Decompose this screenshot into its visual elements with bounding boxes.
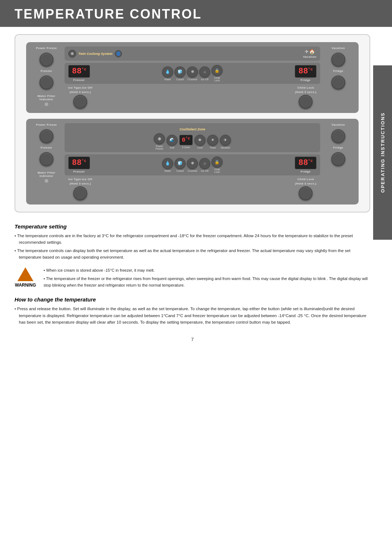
fridge-button-2[interactable] [331,152,345,166]
vacation-label-right-2: Vacation [332,123,345,126]
ice-type-button-1[interactable] [73,95,87,109]
freezer-display-label-1: Freezer [73,78,85,82]
ice-type-label-2: Ice Type.Ice Off [68,178,93,181]
how-to-change-body: • Press and release the button. Set will… [15,305,370,325]
warning-text: • When ice cream is stored above -15°C i… [44,267,370,289]
control-panel-2: Power Freeze Freezer Water Filter Indica… [26,119,359,204]
iceoff-btn-1[interactable]: ○ Ice Off [199,66,210,81]
child-lock-button-2[interactable] [299,186,313,200]
vacation-icon-1: ✈🏠 [305,49,315,54]
freezer-label-1: Freezer [41,69,52,73]
control-panel-1: Power Freeze Freezer Water Filter Indica… [26,42,359,113]
cubed-btn-1[interactable]: 🧊 Cubed [175,66,185,81]
warning-exclamation: ! [15,270,17,277]
ice-type-label-1: Ice Type.Ice Off [68,86,93,89]
zero-display: 0°c [179,135,193,145]
page-number: 7 [15,337,370,349]
ice-type-hold-1: (Hold 3 secs.) [70,90,91,94]
twin-cooling-icon: 🌀 [115,50,122,57]
temp-setting-section: Temperature setting • The temperature co… [15,223,370,261]
warning-box: ! WARNING • When ice cream is stored abo… [15,267,370,289]
temp-setting-title: Temperature setting [15,223,370,230]
panel1-left: Power Freeze Freezer Water Filter Indica… [32,46,61,108]
coolselect-soft-btn[interactable]: 🌊 Soft [167,135,177,149]
water-btn-1[interactable]: 💧 Water [162,66,173,81]
fridge-label-right-2: Fridge [333,146,343,149]
indicator-label-2: Indicator [37,174,56,178]
water-filter-label-1: Water Filter [37,94,56,98]
main-content: Power Freeze Freezer Water Filter Indica… [0,34,392,349]
child-lock-btn-1[interactable]: 🔒 ChildLock [212,65,222,82]
child-lock-button-1[interactable] [299,95,313,109]
warning-bullet-2: • The temperature of the freezer or the … [44,276,370,288]
how-to-change-para-1: • Press and release the button. Set will… [15,305,370,325]
power-freeze-icon-1: ❄ [68,50,76,58]
child-lock-btn-2[interactable]: 🔒 ChildLock [212,157,222,173]
water-filter-label-2: Water Filter [37,171,56,174]
how-to-change-section: How to change the temperature • Press an… [15,296,370,325]
power-freeze-button-2[interactable] [40,129,53,143]
child-lock-hold-2: (Hold 3 secs.) [295,182,317,185]
panel2-left: Power Freeze Freezer Water Filter Indica… [32,123,61,184]
warning-bullet-1: • When ice cream is stored above -15°C i… [44,267,370,274]
iceoff-btn-2[interactable]: ○ Ice Off [199,158,210,172]
fridge-display-label-2: Fridge [301,170,310,173]
freezer-label-2: Freezer [41,146,52,149]
freezer-button-2[interactable] [40,152,53,166]
fridge-button-1[interactable] [331,76,345,89]
filter-indicator-2 [44,179,49,183]
child-lock-hold-1: (Hold 3 secs.) [295,90,317,94]
coolselect-power-btn[interactable]: ❄ PowerFreeze [154,133,165,150]
coolselect-thaw-btn[interactable]: ☀ Thaw [207,135,218,149]
fridge-display-2: 88°c [295,157,317,169]
coolselect-vacation-btn[interactable]: ✈ Vacation [220,135,231,149]
child-lock-label-2: Child Lock [298,178,314,181]
child-lock-label-1: Child Lock [298,86,314,89]
twin-cooling-label: Twin Coolong System [78,52,113,56]
fridge-display-1: 88°c [295,65,317,78]
temp-setting-body: • The temperature controls are in the fa… [15,232,370,261]
warning-triangle [17,267,33,281]
temp-setting-para-1: • The temperature controls are in the fa… [15,232,370,246]
filter-indicator-1 [44,102,49,106]
warning-icon-area: ! WARNING [15,267,36,288]
vacation-button-1[interactable] [331,53,345,66]
page-title: Temperature Control [15,7,202,21]
crushed-btn-1[interactable]: ❄ Crushed [187,66,198,81]
indicator-label-1: Indicator [37,98,56,101]
ice-type-hold-2: (Hold 3 secs.) [70,182,91,185]
power-freeze-button-1[interactable] [40,53,53,66]
vacation-button-2[interactable] [331,129,345,143]
cubed-btn-2[interactable]: 🧊 Cubed [175,158,185,172]
power-freeze-label-2: Power Freeze [36,123,57,126]
fridge-label-right-1: Fridge [333,69,343,73]
crushed-btn-2[interactable]: ❄ Crushed [187,158,198,172]
coolselect-label: CoolSelect Zone [180,127,205,131]
freezer-display-label-2: Freezer [73,170,85,173]
freezer-display-2: 88°c [68,157,90,169]
sidebar-label: Operating Instructions [373,65,392,240]
sidebar-text: Operating Instructions [380,112,385,193]
how-to-change-title: How to change the temperature [15,296,370,303]
vacation-label-right-1: Vacation [332,46,345,50]
freezer-display-1: 88°c [68,65,90,78]
coolselect-cool-btn[interactable]: ❄ Cool [195,135,205,149]
warning-triangle-container: ! [17,267,33,281]
water-btn-2[interactable]: 💧 Water [162,158,173,172]
power-freeze-label-1: Power Freeze [36,46,57,50]
fridge-display-label-1: Fridge [301,78,310,82]
panel2-right: Vacation Fridge [324,123,353,166]
header: Temperature Control [0,0,392,27]
vacation-label-top-1: Vacation [303,55,317,58]
panel1-right: Vacation Fridge [324,46,353,89]
freezer-button-1[interactable] [40,76,53,89]
control-panels-wrapper: Power Freeze Freezer Water Filter Indica… [15,34,370,212]
temp-setting-para-2: • The temperature controls can display b… [15,247,370,261]
ice-type-button-2[interactable] [73,186,87,200]
